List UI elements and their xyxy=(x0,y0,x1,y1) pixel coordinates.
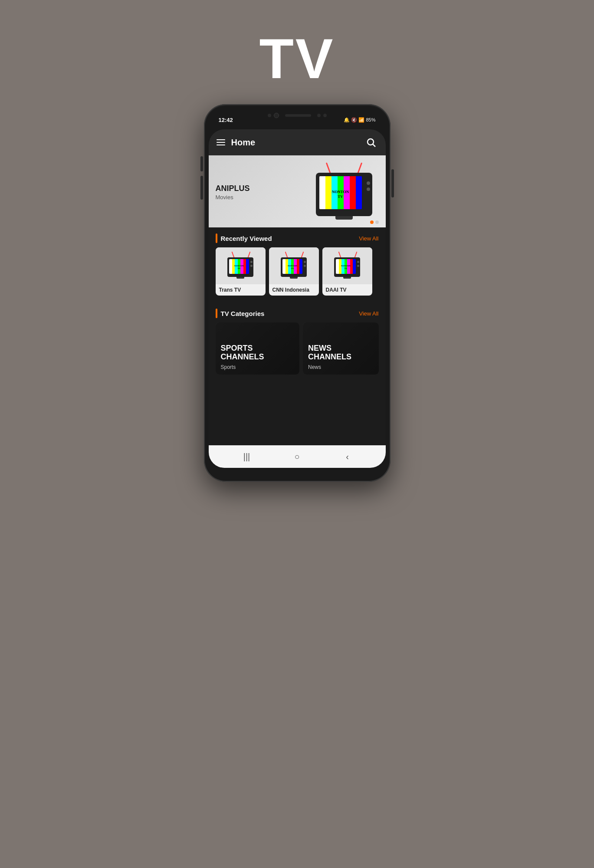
category-card-sports[interactable]: SPORTS CHANNELS Sports xyxy=(216,322,300,375)
volume-down-button[interactable] xyxy=(200,176,203,200)
card-name-cnn: CNN Indonesia xyxy=(269,284,319,296)
recently-viewed-header: Recently Viewed View All xyxy=(209,227,386,247)
phone-screen: Home ANIPLUS Movies xyxy=(209,129,386,468)
search-button[interactable] xyxy=(364,135,378,149)
card-img-daai: NONTONTV xyxy=(322,247,372,284)
nav-back-button[interactable]: ‹ xyxy=(341,450,354,463)
categories-grid: SPORTS CHANNELS Sports NEWS CHANNELS New… xyxy=(209,322,386,381)
mini-tv-daai: NONTONTV xyxy=(332,253,362,279)
power-button[interactable] xyxy=(391,169,394,197)
card-name-daai: DAAI TV xyxy=(322,284,372,296)
tv-categories-title: TV Categories xyxy=(221,310,265,317)
recently-viewed-view-all[interactable]: View All xyxy=(359,235,378,242)
phone-frame: 12:42 🔔🔇📶85% Home xyxy=(204,104,391,482)
card-img-cnn: NONTONTV xyxy=(269,247,319,284)
banner-category: Movies xyxy=(216,194,309,201)
mini-tv-stand-2 xyxy=(290,277,298,279)
tv-stand xyxy=(335,216,353,220)
category-title-sports: SPORTS CHANNELS xyxy=(216,344,300,364)
channel-card-cnn[interactable]: NONTONTV CNN Indonesia xyxy=(269,247,319,296)
mini-tv-label-1: NONTONTV xyxy=(229,265,249,270)
category-subtitle-news: News xyxy=(303,364,326,375)
category-subtitle-sports: Sports xyxy=(216,364,241,375)
app-content[interactable]: ANIPLUS Movies xyxy=(209,155,386,445)
camera-dot-3 xyxy=(323,114,327,117)
channel-card-daai[interactable]: NONTONTV DAAI TV xyxy=(322,247,372,296)
hamburger-menu-button[interactable] xyxy=(217,139,225,145)
mini-tv-trans-tv: NONTONTV xyxy=(225,253,256,279)
recently-viewed-cards: NONTONTV Trans TV xyxy=(209,247,386,302)
mini-tv-label-2: NONTONTV xyxy=(282,265,302,270)
section-accent-recently-viewed xyxy=(216,233,217,243)
tv-knobs xyxy=(367,181,370,191)
nav-bar: ||| ○ ‹ xyxy=(209,445,386,468)
mini-tv-knob-2-1 xyxy=(304,261,306,263)
category-card-news[interactable]: NEWS CHANNELS News xyxy=(303,322,378,375)
hamburger-line-1 xyxy=(217,139,225,140)
camera-area xyxy=(268,113,327,118)
nav-recent-apps-button[interactable]: ||| xyxy=(241,450,253,463)
tv-knob-2 xyxy=(367,187,370,191)
channel-card-trans-tv[interactable]: NONTONTV Trans TV xyxy=(216,247,266,296)
banner-section: ANIPLUS Movies xyxy=(209,155,386,227)
status-icons: 🔔🔇📶85% xyxy=(344,117,375,123)
nav-home-button[interactable]: ○ xyxy=(291,450,303,463)
volume-up-button[interactable] xyxy=(200,156,203,171)
speaker-bar xyxy=(285,114,311,117)
mini-tv-knob-2-2 xyxy=(304,265,306,267)
tv-body: NONTONTV xyxy=(316,173,372,216)
mini-tv-body-2: NONTONTV xyxy=(281,257,307,277)
tv-categories-header: TV Categories View All xyxy=(209,302,386,322)
banner-inner: ANIPLUS Movies xyxy=(216,164,379,220)
header-title: Home xyxy=(231,138,256,148)
card-name-trans-tv: Trans TV xyxy=(216,284,266,296)
mini-tv-knob-3-2 xyxy=(357,265,359,267)
mini-tv-stand-1 xyxy=(236,277,244,279)
mini-tv-knob-1-1 xyxy=(250,261,253,263)
recently-viewed-title: Recently Viewed xyxy=(221,235,272,242)
search-icon xyxy=(366,137,376,148)
status-bar: 12:42 🔔🔇📶85% xyxy=(208,112,386,128)
section-header-left: Recently Viewed xyxy=(216,233,272,243)
mini-tv-body-3: NONTONTV xyxy=(334,257,360,277)
svg-point-0 xyxy=(368,139,374,145)
camera-lens xyxy=(274,113,279,118)
tv-illustration: NONTONTV xyxy=(309,164,379,220)
mini-tv-knobs-2 xyxy=(304,261,306,267)
mini-tv-knobs-1 xyxy=(250,261,253,267)
hamburger-line-3 xyxy=(217,145,225,145)
banner-tv-image: NONTONTV xyxy=(309,164,379,220)
category-title-news: NEWS CHANNELS xyxy=(303,344,378,364)
tv-categories-header-left: TV Categories xyxy=(216,309,265,318)
header-left: Home xyxy=(217,138,256,148)
app-title: TV xyxy=(259,26,335,91)
mini-tv-stand-3 xyxy=(343,277,351,279)
mini-tv-cnn: NONTONTV xyxy=(279,253,309,279)
mini-tv-knobs-3 xyxy=(357,261,359,267)
dot-2 xyxy=(375,220,379,224)
mini-tv-knob-1-2 xyxy=(250,265,253,267)
mini-tv-body-1: NONTONTV xyxy=(227,257,253,277)
dot-1 xyxy=(370,220,374,224)
banner-text: ANIPLUS Movies xyxy=(216,184,309,201)
card-img-trans-tv: NONTONTV xyxy=(216,247,266,284)
camera-dot-2 xyxy=(317,114,321,117)
section-accent-categories xyxy=(216,309,217,318)
mini-tv-label-3: NONTONTV xyxy=(336,265,356,270)
banner-channel-name: ANIPLUS xyxy=(216,184,309,193)
mini-tv-knob-3-1 xyxy=(357,261,359,263)
banner-pagination xyxy=(370,220,379,224)
status-time: 12:42 xyxy=(219,117,233,123)
tv-label: NONTONTV xyxy=(319,190,362,199)
camera-dot-1 xyxy=(268,114,271,117)
tv-knob-1 xyxy=(367,181,370,185)
tv-categories-view-all[interactable]: View All xyxy=(359,310,378,317)
svg-line-1 xyxy=(373,145,375,147)
hamburger-line-2 xyxy=(217,142,225,143)
app-header: Home xyxy=(209,129,386,155)
